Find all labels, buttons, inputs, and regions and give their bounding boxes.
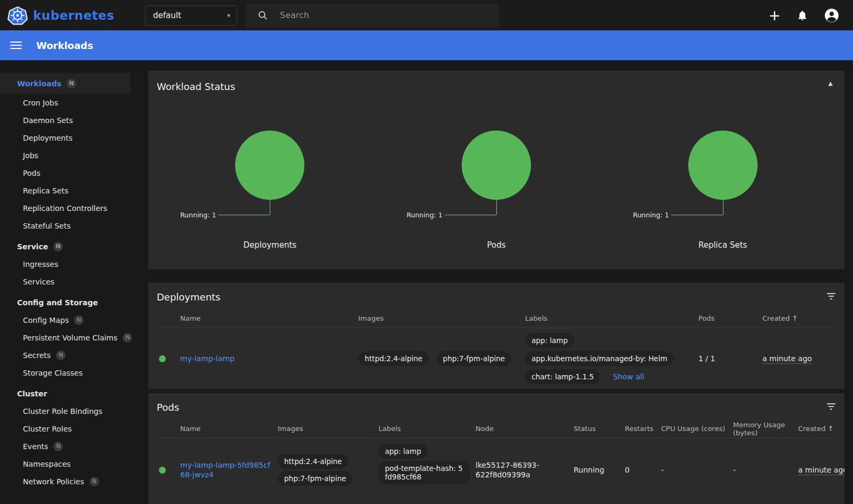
notifications-bell-icon[interactable] [796, 10, 808, 21]
sidebar-section-config-and-storage: Config and Storage [0, 294, 139, 311]
col-labels[interactable]: Labels [525, 314, 698, 322]
pod-status: Running [574, 466, 625, 474]
chart-name: Replica Sets [609, 240, 836, 250]
col-name[interactable]: Name [180, 425, 278, 433]
sidebar-item-events[interactable]: EventsN [0, 437, 139, 455]
sidebar-item-label: Cluster Roles [23, 425, 72, 433]
sidebar-item-persistent-volume-claims[interactable]: Persistent Volume ClaimsN [0, 329, 139, 346]
sidebar-item-label: Network Policies [23, 477, 84, 486]
collapse-card-icon[interactable]: ▲ [828, 80, 833, 87]
deployment-row[interactable]: my-lamp-lamp httpd:2.4-alpine php:7-fpm-… [157, 328, 836, 389]
sidebar-item-label: Service [17, 242, 48, 251]
col-labels[interactable]: Labels [379, 425, 476, 433]
image-chip: php:7-fpm-alpine [278, 471, 352, 486]
col-restarts[interactable]: Restarts [625, 425, 661, 433]
pods-card: Pods Name Images Labels Node Status Rest… [148, 393, 844, 504]
replica-sets-pie-chart: Running: 1 Replica Sets [609, 131, 836, 250]
sidebar-item-cron-jobs[interactable]: Cron Jobs [0, 94, 139, 111]
deployment-name-link[interactable]: my-lamp-lamp [180, 354, 235, 363]
image-chip: php:7-fpm-alpine [437, 351, 511, 366]
sidebar-item-secrets[interactable]: SecretsN [0, 346, 139, 364]
sidebar-item-label: Replication Controllers [23, 204, 107, 213]
col-name[interactable]: Name [180, 314, 358, 322]
sidebar-item-label: Cron Jobs [23, 99, 58, 107]
col-pods[interactable]: Pods [698, 314, 762, 322]
filter-icon[interactable] [826, 403, 836, 410]
status-ok-icon [159, 467, 166, 474]
pods-table-header: Name Images Labels Node Status Restarts … [157, 419, 836, 438]
pie-pods[interactable] [462, 131, 531, 200]
workload-status-title: Workload Status [157, 81, 836, 92]
sidebar-item-label: Namespaces [23, 460, 71, 468]
sidebar-item-ingresses[interactable]: Ingresses [0, 255, 139, 273]
label-chip: app: lamp [379, 444, 428, 459]
image-chip: httpd:2.4-alpine [278, 454, 348, 469]
sidebar-item-pods[interactable]: Pods [0, 164, 139, 182]
brand-title: kubernetes [33, 9, 114, 22]
sidebar-item-label: Storage Classes [23, 369, 83, 377]
new-badge: N [53, 442, 63, 451]
pods-title: Pods [148, 402, 844, 419]
create-resource-button[interactable]: + [768, 8, 780, 22]
sidebar-item-cluster-roles[interactable]: Cluster Roles [0, 420, 139, 437]
sidebar-item-label: Ingresses [23, 260, 58, 269]
deployments-table-header: Name Images Labels Pods Created↑ [157, 309, 836, 328]
sidebar-item-network-policies[interactable]: Network PoliciesN [0, 473, 139, 490]
search-input[interactable] [280, 10, 461, 20]
menu-hamburger-icon[interactable] [10, 42, 22, 49]
sidebar-item-config-maps[interactable]: Config MapsN [0, 311, 139, 329]
sidebar-item-stateful-sets[interactable]: Stateful Sets [0, 217, 139, 234]
sidebar-item-label: Secrets [23, 351, 51, 360]
brand[interactable]: kubernetes [0, 5, 145, 26]
pie-replica-sets[interactable] [688, 131, 758, 200]
new-badge: N [90, 477, 99, 486]
action-bar: Workloads [0, 30, 853, 60]
pod-row[interactable]: my-lamp-lamp-5fd985cf68-jwvz4 httpd:2.4-… [157, 438, 836, 501]
sidebar-item-jobs[interactable]: Jobs [0, 147, 139, 164]
col-cpu[interactable]: CPU Usage (cores) [661, 425, 733, 433]
sort-asc-icon: ↑ [827, 425, 833, 433]
col-images[interactable]: Images [278, 425, 379, 433]
col-images[interactable]: Images [358, 314, 525, 322]
pod-name-link[interactable]: my-lamp-lamp-5fd985cf68-jwvz4 [180, 461, 270, 479]
sidebar-item-replica-sets[interactable]: Replica Sets [0, 182, 139, 199]
image-chip: httpd:2.4-alpine [358, 351, 429, 366]
pie-legend: Running: 1 [180, 211, 216, 219]
namespace-selector[interactable]: default ▾ [145, 5, 237, 26]
sidebar-item-daemon-sets[interactable]: Daemon Sets [0, 111, 139, 129]
col-created-sorted[interactable]: Created↑ [798, 425, 838, 433]
sidebar-section-cluster: Cluster [0, 385, 139, 402]
created-ago: a minute ago [762, 354, 836, 363]
new-badge: N [56, 351, 66, 360]
sidebar-item-label: Services [23, 278, 54, 286]
kubernetes-logo-icon [7, 5, 28, 26]
sidebar-item-storage-classes[interactable]: Storage Classes [0, 364, 139, 381]
sidebar-item-services[interactable]: Services [0, 273, 139, 290]
search-bar[interactable] [246, 4, 499, 27]
user-avatar[interactable] [824, 8, 839, 23]
sidebar-item-label: Deployments [23, 134, 73, 142]
sidebar-item-label: Daemon Sets [23, 116, 73, 125]
sidebar-item-replication-controllers[interactable]: Replication Controllers [0, 199, 139, 217]
col-status[interactable]: Status [574, 425, 625, 433]
pie-deployments[interactable] [235, 131, 304, 200]
pods-count: 1 / 1 [698, 354, 762, 363]
app-header: kubernetes default ▾ + [0, 0, 853, 30]
sidebar-item-cluster-role-bindings[interactable]: Cluster Role Bindings [0, 402, 139, 420]
search-icon [257, 10, 268, 21]
sidebar-nav: WorkloadsNCron JobsDaemon SetsDeployment… [0, 60, 139, 504]
sidebar-item-label: Stateful Sets [23, 222, 70, 230]
pie-legend: Running: 1 [407, 211, 442, 219]
filter-icon[interactable] [826, 292, 836, 300]
sidebar-item-deployments[interactable]: Deployments [0, 129, 139, 147]
sort-asc-icon: ↑ [792, 314, 798, 322]
col-created-sorted[interactable]: Created↑ [762, 314, 836, 322]
sidebar-item-workloads[interactable]: WorkloadsN [0, 73, 130, 94]
sidebar-item-namespaces[interactable]: Namespaces [0, 455, 139, 473]
col-memory[interactable]: Memory Usage (bytes) [733, 421, 798, 437]
pod-cpu: - [661, 466, 733, 474]
sidebar-section-service: ServiceN [0, 238, 139, 255]
show-all-labels-link[interactable]: Show all [613, 372, 645, 381]
sidebar-item-label: Replica Sets [23, 186, 68, 195]
col-node[interactable]: Node [476, 425, 574, 433]
